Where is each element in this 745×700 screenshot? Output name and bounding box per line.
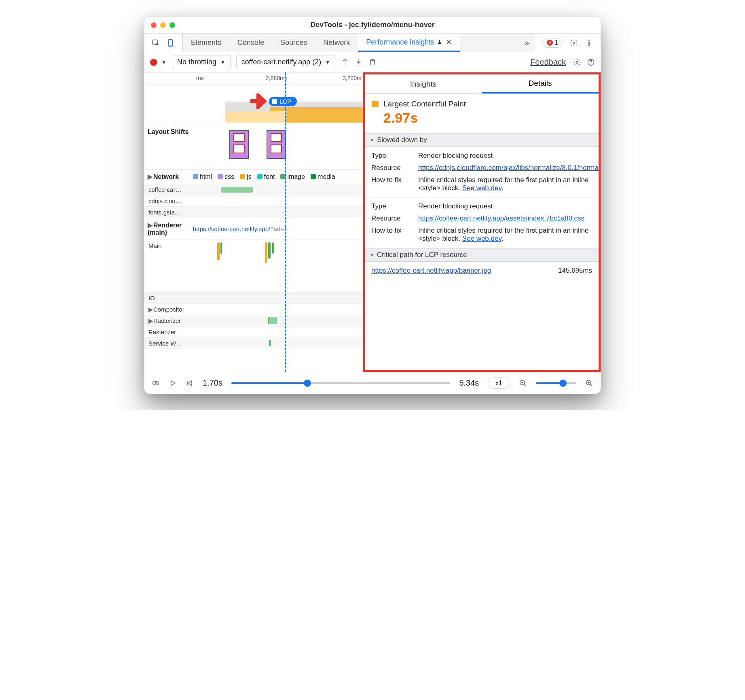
settings-gear-icon[interactable] xyxy=(573,58,581,66)
resource-link[interactable]: https://coffee-cart.netlify.app/assets/i… xyxy=(418,214,584,222)
error-dot-icon: ✕ xyxy=(547,40,553,46)
critical-time: 145.695ms xyxy=(558,267,592,275)
network-section-header[interactable]: ▶Network html css js font image media xyxy=(144,170,363,184)
slowed-block: TypeRender blocking request Resourcehttp… xyxy=(365,197,599,248)
svg-point-5 xyxy=(588,42,590,43)
network-row[interactable]: cdnjs.clou… xyxy=(144,195,363,207)
zoom-slider[interactable] xyxy=(536,382,576,384)
window-title: DevTools - jec.fyi/demo/menu-hover xyxy=(144,21,601,29)
tab-console[interactable]: Console xyxy=(229,34,272,52)
flask-icon xyxy=(437,39,442,45)
slowed-down-section-header[interactable]: ▼ Slowed down by xyxy=(365,133,599,147)
zoom-out-icon[interactable] xyxy=(519,379,527,387)
skip-back-icon[interactable] xyxy=(186,379,194,387)
renderer-url[interactable]: https://coffee-cart.netlify.app/?ad=1 xyxy=(193,225,287,232)
see-web-dev-link[interactable]: See web.dev xyxy=(462,184,502,192)
timeline-pane: ms 2,880ms 3,200m LCP Layout Shifts xyxy=(144,72,363,372)
window-controls xyxy=(151,22,175,28)
svg-point-7 xyxy=(576,61,578,63)
network-rows: coffee-car… cdnjs.clou… fonts.gsta… xyxy=(144,184,363,218)
playback-footer: 1.70s 5.34s x1 xyxy=(144,372,601,394)
insights-toolbar: ▼ No throttling ▼ coffee-cart.netlify.ap… xyxy=(144,52,601,72)
critical-path-row: https://coffee-cart.netlify.app/banner.j… xyxy=(365,262,599,280)
svg-point-11 xyxy=(155,382,156,384)
triangle-down-icon: ▼ xyxy=(370,252,375,258)
triangle-down-icon: ▼ xyxy=(370,137,375,143)
svg-line-14 xyxy=(524,384,526,386)
layout-shift-thumb[interactable] xyxy=(267,130,286,159)
critical-path-section-header[interactable]: ▼ Critical path for LCP resource xyxy=(365,248,599,262)
tab-performance-insights[interactable]: Performance insights ✕ xyxy=(358,34,460,52)
inspect-icon[interactable] xyxy=(152,39,160,47)
lcp-metric-header: Largest Contentful Paint 2.97s xyxy=(365,94,599,133)
chevron-down-icon: ▼ xyxy=(325,59,330,65)
maximize-window-button[interactable] xyxy=(169,22,175,28)
panel-tabbar: Elements Console Sources Network Perform… xyxy=(144,34,601,52)
flame-overview[interactable]: LCP xyxy=(144,85,363,125)
more-tabs-chevron-icon[interactable]: » xyxy=(519,34,535,52)
error-count-badge[interactable]: ✕ 1 xyxy=(542,38,563,48)
svg-point-3 xyxy=(573,42,575,44)
chevron-down-icon[interactable]: ▼ xyxy=(161,59,166,65)
see-web-dev-link[interactable]: See web.dev xyxy=(462,235,502,242)
kebab-menu-icon[interactable] xyxy=(585,39,593,47)
trash-icon[interactable] xyxy=(368,58,377,66)
minimize-window-button[interactable] xyxy=(160,22,166,28)
tab-sources[interactable]: Sources xyxy=(272,34,315,52)
tab-elements[interactable]: Elements xyxy=(183,34,229,52)
close-window-button[interactable] xyxy=(151,22,157,28)
record-button[interactable]: ▼ xyxy=(150,59,166,66)
tab-insights[interactable]: Insights xyxy=(365,74,482,93)
help-icon[interactable] xyxy=(587,58,595,66)
metric-value: 2.97s xyxy=(383,110,591,126)
io-row[interactable]: IO xyxy=(144,293,363,304)
network-row[interactable]: fonts.gsta… xyxy=(144,207,363,218)
close-tab-icon[interactable]: ✕ xyxy=(446,38,452,47)
details-pane: Insights Details Largest Contentful Pain… xyxy=(363,72,601,372)
playback-start-time: 1.70s xyxy=(203,378,222,388)
record-dot-icon xyxy=(150,59,157,66)
feedback-link[interactable]: Feedback xyxy=(530,57,566,67)
critical-resource-link[interactable]: https://coffee-cart.netlify.app/banner.j… xyxy=(371,267,558,275)
timeline-ruler[interactable]: ms 2,880ms 3,200m xyxy=(144,72,363,85)
chevron-down-icon: ▼ xyxy=(220,59,225,65)
resource-link[interactable]: https://cdnjs.cloudflare.com/ajax/libs/n… xyxy=(418,164,601,172)
export-icon[interactable] xyxy=(341,58,349,66)
compositor-row[interactable]: ▶Compositor xyxy=(144,304,363,315)
annotation-arrow-icon xyxy=(250,93,269,109)
tab-details[interactable]: Details xyxy=(482,74,599,93)
network-row[interactable]: coffee-car… xyxy=(144,184,363,195)
square-icon xyxy=(272,99,277,104)
layout-shifts-section: Layout Shifts xyxy=(144,125,363,170)
rasterizer-row[interactable]: ▶Rasterizer xyxy=(144,315,363,327)
svg-rect-10 xyxy=(153,381,159,384)
renderer-section-header[interactable]: ▶Renderer (main) https://coffee-cart.net… xyxy=(144,218,363,240)
content-area: ms 2,880ms 3,200m LCP Layout Shifts xyxy=(144,72,601,372)
network-legend: html css js font image media xyxy=(193,173,335,180)
import-icon[interactable] xyxy=(355,58,363,66)
playback-range-slider[interactable] xyxy=(231,382,450,384)
gear-icon[interactable] xyxy=(570,39,578,47)
throttling-select[interactable]: No throttling ▼ xyxy=(172,55,231,69)
titlebar: DevTools - jec.fyi/demo/menu-hover xyxy=(144,17,601,34)
slowed-block: TypeRender blocking request Resourcehttp… xyxy=(365,147,599,197)
eye-icon[interactable] xyxy=(152,379,160,387)
lcp-badge[interactable]: LCP xyxy=(269,97,297,106)
rasterizer-row[interactable]: Rasterizer xyxy=(144,327,363,338)
svg-point-6 xyxy=(588,45,590,46)
recording-select[interactable]: coffee-cart.netlify.app (2) ▼ xyxy=(236,55,335,69)
service-worker-row[interactable]: Service W… xyxy=(144,338,363,349)
device-toolbar-icon[interactable] xyxy=(167,39,175,47)
metric-name: Largest Contentful Paint xyxy=(383,100,466,108)
zoom-in-icon[interactable] xyxy=(585,379,593,387)
layout-shift-thumb[interactable] xyxy=(229,130,249,159)
playback-end-time: 5.34s xyxy=(459,378,479,388)
tab-network[interactable]: Network xyxy=(315,34,358,52)
main-thread-row[interactable]: Main xyxy=(144,240,363,293)
zoom-level[interactable]: x1 xyxy=(488,378,510,389)
square-icon xyxy=(372,101,379,107)
play-icon[interactable] xyxy=(169,379,177,387)
devtools-window: DevTools - jec.fyi/demo/menu-hover Eleme… xyxy=(144,16,601,394)
svg-point-4 xyxy=(588,40,590,41)
insights-details-tabs: Insights Details xyxy=(365,74,599,94)
